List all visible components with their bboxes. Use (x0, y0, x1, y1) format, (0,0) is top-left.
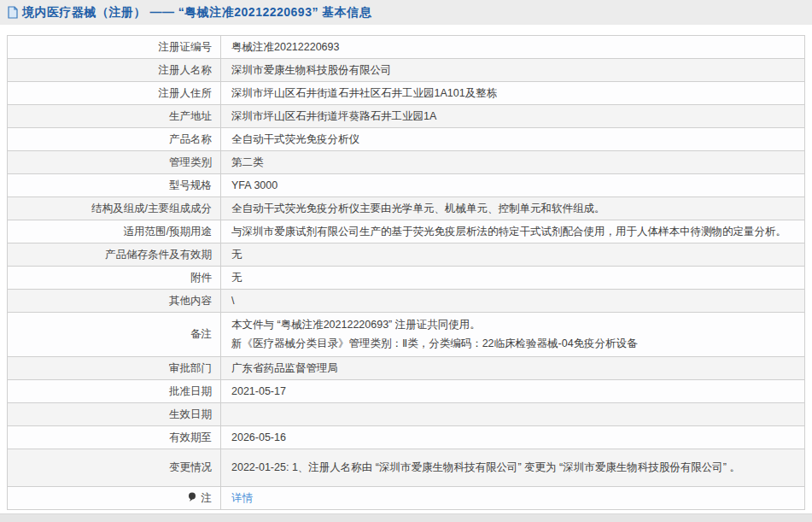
document-icon (7, 6, 19, 19)
label-structure-composition: 结构及组成/主要组成成分 (8, 197, 221, 220)
label-intended-use: 适用范围/预期用途 (8, 220, 221, 243)
label-management-category: 管理类别 (8, 151, 221, 174)
label-effective-date: 生效日期 (8, 403, 221, 426)
label-registrant-name: 注册人名称 (8, 59, 221, 82)
label-model-spec: 型号规格 (8, 174, 221, 197)
value-storage-conditions: 无 (221, 243, 805, 267)
remarks-line-2: 新《医疗器械分类目录》管理类别：Ⅱ类，分类编码：22临床检验器械-04免疫分析设… (231, 335, 796, 354)
row-attachments: 附件 无 (8, 267, 805, 290)
note-label-text: 注 (202, 492, 213, 504)
remarks-line-1: 本文件与 “粤械注准20212220693” 注册证共同使用。 (231, 316, 796, 335)
value-registration-number: 粤械注准20212220693 (221, 36, 805, 59)
value-attachments: 无 (221, 267, 805, 290)
row-registration-number: 注册证编号 粤械注准20212220693 (8, 36, 805, 59)
label-change-history: 变更情况 (8, 449, 221, 487)
label-attachments: 附件 (8, 267, 221, 290)
label-storage-conditions: 产品储存条件及有效期 (8, 243, 221, 267)
value-product-name: 全自动干式荧光免疫分析仪 (221, 128, 805, 151)
note-pin-icon (188, 492, 196, 502)
value-model-spec: YFA 3000 (221, 174, 805, 197)
page-bottom-band (0, 513, 812, 522)
page-title: 境内医疗器械（注册） —— “粤械注准20212220693” 基本信息 (22, 5, 371, 21)
value-registrant-address: 深圳市坪山区石井街道石井社区石井工业园1A101及整栋 (221, 82, 805, 105)
row-approval-department: 审批部门 广东省药品监督管理局 (8, 357, 805, 380)
value-management-category: 第二类 (221, 151, 805, 174)
value-change-history: 2022-01-25: 1、注册人名称由 “深圳市爱康生物科技有限公司” 变更为… (221, 449, 805, 487)
label-other-content: 其他内容 (8, 290, 221, 313)
value-intended-use: 与深圳市爱康试剂有限公司生产的基于荧光免疫层析法的特定干式试剂配合使用，用于人体… (221, 220, 805, 243)
row-note: 注 详情 (8, 487, 805, 510)
label-approval-date: 批准日期 (8, 380, 221, 403)
label-note: 注 (8, 487, 221, 510)
details-link[interactable]: 详情 (231, 492, 253, 504)
label-registration-number: 注册证编号 (8, 36, 221, 59)
page-header: 境内医疗器械（注册） —— “粤械注准20212220693” 基本信息 (0, 0, 812, 25)
value-remarks: 本文件与 “粤械注准20212220693” 注册证共同使用。 新《医疗器械分类… (221, 313, 805, 357)
value-approval-department: 广东省药品监督管理局 (221, 357, 805, 380)
value-note: 详情 (221, 487, 805, 510)
row-production-address: 生产地址 深圳市坪山区石井街道坪葵路石井工业园1A (8, 105, 805, 128)
value-production-address: 深圳市坪山区石井街道坪葵路石井工业园1A (221, 105, 805, 128)
label-valid-until: 有效期至 (8, 426, 221, 449)
row-intended-use: 适用范围/预期用途 与深圳市爱康试剂有限公司生产的基于荧光免疫层析法的特定干式试… (8, 220, 805, 243)
row-change-history: 变更情况 2022-01-25: 1、注册人名称由 “深圳市爱康生物科技有限公司… (8, 449, 805, 487)
registration-info-table: 注册证编号 粤械注准20212220693 注册人名称 深圳市爱康生物科技股份有… (7, 35, 805, 510)
value-registrant-name: 深圳市爱康生物科技股份有限公司 (221, 59, 805, 82)
row-valid-until: 有效期至 2026-05-16 (8, 426, 805, 449)
row-registrant-name: 注册人名称 深圳市爱康生物科技股份有限公司 (8, 59, 805, 82)
row-approval-date: 批准日期 2021-05-17 (8, 380, 805, 403)
row-storage-conditions: 产品储存条件及有效期 无 (8, 243, 805, 267)
value-effective-date (221, 403, 805, 426)
row-remarks: 备注 本文件与 “粤械注准20212220693” 注册证共同使用。 新《医疗器… (8, 313, 805, 357)
row-other-content: 其他内容 \ (8, 290, 805, 313)
row-effective-date: 生效日期 (8, 403, 805, 426)
row-product-name: 产品名称 全自动干式荧光免疫分析仪 (8, 128, 805, 151)
label-product-name: 产品名称 (8, 128, 221, 151)
label-approval-department: 审批部门 (8, 357, 221, 380)
label-remarks: 备注 (8, 313, 221, 357)
row-structure-composition: 结构及组成/主要组成成分 全自动干式荧光免疫分析仪主要由光学单元、机械单元、控制… (8, 197, 805, 220)
row-registrant-address: 注册人住所 深圳市坪山区石井街道石井社区石井工业园1A101及整栋 (8, 82, 805, 105)
value-structure-composition: 全自动干式荧光免疫分析仪主要由光学单元、机械单元、控制单元和软件组成。 (221, 197, 805, 220)
row-model-spec: 型号规格 YFA 3000 (8, 174, 805, 197)
value-valid-until: 2026-05-16 (221, 426, 805, 449)
value-approval-date: 2021-05-17 (221, 380, 805, 403)
label-registrant-address: 注册人住所 (8, 82, 221, 105)
value-other-content: \ (221, 290, 805, 313)
row-management-category: 管理类别 第二类 (8, 151, 805, 174)
label-production-address: 生产地址 (8, 105, 221, 128)
